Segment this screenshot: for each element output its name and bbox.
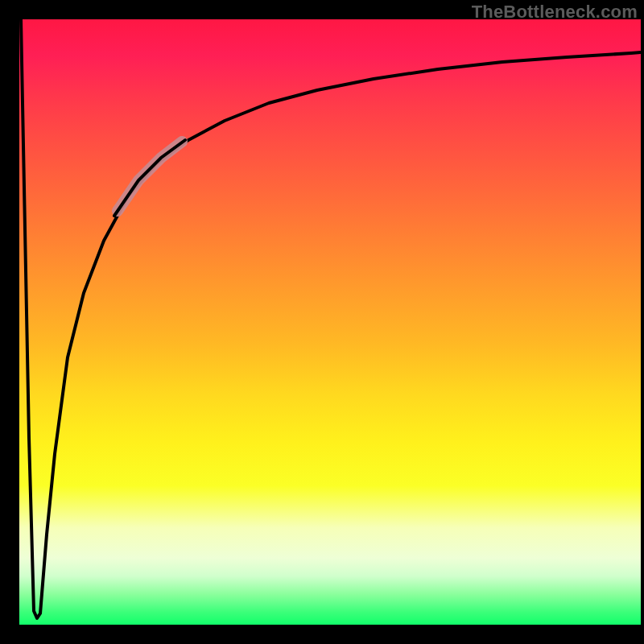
chart-stage: TheBottleneck.com [0, 0, 644, 644]
bottleneck-curve-highlight [118, 142, 182, 211]
bottleneck-curve [21, 19, 641, 618]
watermark-text: TheBottleneck.com [472, 2, 638, 23]
plot-area [19, 19, 641, 625]
curve-layer [19, 19, 641, 625]
